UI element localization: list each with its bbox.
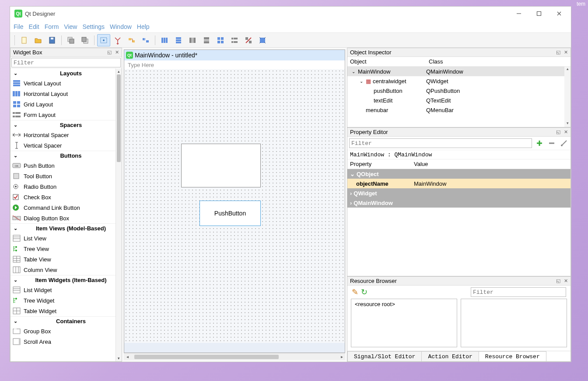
layout-horiz-splitter-button[interactable] — [186, 34, 199, 46]
layout-grid-button[interactable] — [214, 34, 227, 46]
widget-item[interactable]: Form Layout — [10, 109, 122, 120]
design-pushbutton[interactable]: PushButton — [200, 201, 261, 226]
hscroll-left-icon[interactable]: ◂ — [124, 354, 131, 359]
adjust-size-button[interactable] — [256, 34, 269, 46]
widget-item[interactable]: Vertical Spacer — [10, 140, 122, 151]
canvas-hscrollbar[interactable]: ◂ ▸ — [124, 353, 345, 360]
minimize-button[interactable] — [509, 7, 529, 20]
widget-item[interactable]: Tree View — [10, 243, 122, 254]
design-textedit[interactable] — [181, 144, 261, 187]
menu-edit[interactable]: Edit — [29, 23, 39, 30]
property-editor-close-icon[interactable]: ✕ — [564, 129, 568, 135]
menu-form[interactable]: Form — [45, 23, 59, 30]
form-central-widget[interactable]: PushButton — [124, 69, 345, 343]
tab-signal-slot[interactable]: Signal/Slot Editor — [347, 351, 422, 361]
widget-item[interactable]: Check Box — [10, 192, 122, 202]
form-statusbar[interactable] — [124, 343, 345, 353]
save-form-button[interactable] — [46, 34, 59, 46]
property-remove-icon[interactable] — [547, 138, 556, 148]
object-tree[interactable]: ⌄MainWindowQMainWindow⌄▦centralwidgetQWi… — [347, 67, 570, 127]
object-col-header[interactable]: Object — [350, 58, 429, 65]
resource-tree-pane[interactable]: <resource root> — [351, 299, 457, 347]
edit-resources-icon[interactable]: ✎ — [352, 287, 358, 297]
widget-item[interactable]: List View — [10, 233, 122, 243]
property-add-icon[interactable] — [535, 138, 544, 148]
layout-vert-splitter-button[interactable] — [200, 34, 213, 46]
tab-resource-browser[interactable]: Resource Browser — [479, 351, 546, 361]
expand-icon[interactable]: ⌄ — [350, 69, 357, 74]
widget-item[interactable]: Grid Layout — [10, 99, 122, 109]
menu-view[interactable]: View — [64, 23, 77, 30]
resource-browser-float-icon[interactable]: ◱ — [556, 278, 560, 284]
widget-item[interactable]: Group Box — [10, 326, 122, 336]
reload-resources-icon[interactable]: ↻ — [361, 287, 368, 297]
property-settings-icon[interactable] — [559, 138, 569, 148]
widget-item[interactable]: Table View — [10, 254, 122, 265]
value-col-header[interactable]: Value — [414, 161, 428, 167]
widget-category-header[interactable]: ⌄Spacers — [10, 120, 122, 130]
widget-category-header[interactable]: ⌄Containers — [10, 316, 122, 326]
layout-vert-button[interactable] — [172, 34, 185, 46]
resource-filter-input[interactable] — [471, 287, 566, 297]
widget-category-header[interactable]: ⌄Layouts — [10, 68, 122, 78]
hscroll-right-icon[interactable]: ▸ — [338, 354, 345, 359]
property-group-header[interactable]: ›QWidget — [347, 188, 570, 198]
widget-item[interactable]: OKPush Button — [10, 160, 122, 171]
form-titlebar[interactable]: Qt MainWindow - untitled* — [124, 50, 345, 60]
form-menu-hint[interactable]: Type Here — [128, 62, 154, 68]
widget-filter[interactable] — [11, 58, 121, 67]
open-form-button[interactable] — [32, 34, 45, 46]
object-inspector-close-icon[interactable]: ✕ — [564, 49, 568, 55]
widget-item[interactable]: Tree Widget — [10, 295, 122, 306]
property-col-header[interactable]: Property — [350, 161, 414, 167]
object-row[interactable]: ⌄MainWindowQMainWindow — [347, 67, 570, 76]
break-layout-button[interactable] — [242, 34, 255, 46]
bring-front-button[interactable] — [78, 34, 91, 46]
object-row[interactable]: ⌄▦centralwidgetQWidget — [347, 76, 570, 86]
object-scrollbar[interactable]: ▴ ▾ — [564, 67, 570, 127]
property-filter-input[interactable] — [349, 138, 532, 148]
edit-widgets-button[interactable] — [97, 34, 110, 46]
menu-file[interactable]: File — [14, 23, 24, 30]
widget-item[interactable]: Scroll Area — [10, 336, 122, 347]
form-menubar[interactable]: Type Here — [124, 60, 345, 69]
obj-scroll-down-icon[interactable]: ▾ — [564, 121, 570, 127]
class-col-header[interactable]: Class — [429, 58, 443, 65]
object-row[interactable]: pushButtonQPushButton — [347, 86, 570, 95]
resource-browser-close-icon[interactable]: ✕ — [564, 278, 568, 284]
widget-item[interactable]: Dialog Button Box — [10, 213, 122, 223]
close-button[interactable] — [549, 7, 569, 20]
property-group-header[interactable]: ⌄QObject — [347, 169, 570, 179]
hscroll-thumb[interactable] — [134, 355, 279, 359]
object-inspector-float-icon[interactable]: ◱ — [556, 49, 560, 55]
widget-item[interactable]: Tool Button — [10, 171, 122, 181]
new-form-button[interactable] — [18, 34, 31, 46]
layout-form-button[interactable] — [228, 34, 241, 46]
widget-item[interactable]: Column View — [10, 265, 122, 275]
widget-item[interactable]: Command Link Button — [10, 202, 122, 213]
menu-window[interactable]: Window — [110, 23, 132, 30]
edit-taborder-button[interactable]: 1 — [139, 34, 152, 46]
obj-scroll-up-icon[interactable]: ▴ — [564, 67, 570, 73]
widget-item[interactable]: Horizontal Layout — [10, 88, 122, 99]
widget-box-close-icon[interactable]: ✕ — [115, 49, 119, 55]
property-editor-float-icon[interactable]: ◱ — [556, 129, 560, 135]
resource-root[interactable]: <resource root> — [355, 301, 395, 307]
maximize-button[interactable] — [529, 7, 549, 20]
scroll-thumb[interactable] — [117, 74, 121, 162]
property-row[interactable]: objectNameMainWindow — [347, 179, 570, 188]
scroll-down-icon[interactable]: ▾ — [116, 355, 122, 361]
widget-category-header[interactable]: ⌄Item Views (Model-Based) — [10, 223, 122, 233]
property-group-header[interactable]: ›QMainWindow — [347, 198, 570, 208]
scroll-up-icon[interactable]: ▴ — [116, 68, 122, 74]
expand-icon[interactable]: ⌄ — [358, 79, 365, 84]
widget-category-header[interactable]: ⌄Item Widgets (Item-Based) — [10, 275, 122, 285]
widget-category-header[interactable]: ⌄Buttons — [10, 151, 122, 160]
resource-preview-pane[interactable] — [461, 299, 567, 347]
send-back-button[interactable] — [64, 34, 77, 46]
tab-action-editor[interactable]: Action Editor — [421, 351, 479, 361]
object-row[interactable]: menubarQMenuBar — [347, 105, 570, 115]
widget-box-float-icon[interactable]: ◱ — [107, 49, 112, 55]
edit-buddies-button[interactable] — [125, 34, 138, 46]
design-area[interactable]: Qt MainWindow - untitled* Type Here Push… — [124, 49, 345, 353]
